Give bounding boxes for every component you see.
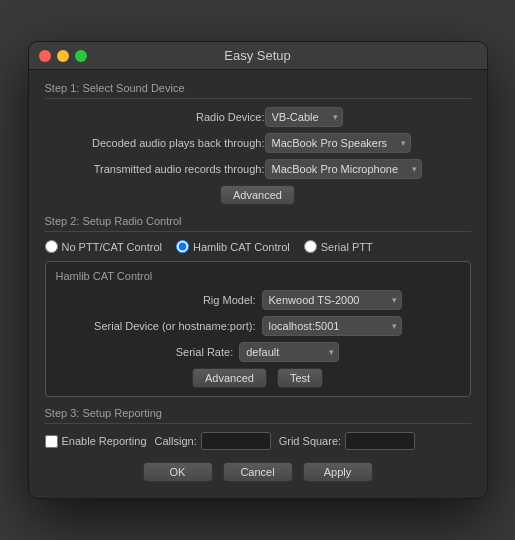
hamlib-cat-label: Hamlib CAT Control xyxy=(193,241,290,253)
serial-device-select[interactable]: localhost:5001 xyxy=(262,316,402,336)
serial-device-label: Serial Device (or hostname:port): xyxy=(56,320,256,332)
apply-button[interactable]: Apply xyxy=(303,462,373,482)
serial-device-row: Serial Device (or hostname:port): localh… xyxy=(56,316,460,336)
serial-rate-select[interactable]: default 4800 9600 19200 38400 57600 1152… xyxy=(239,342,339,362)
decoded-row: Decoded audio plays back through: MacBoo… xyxy=(45,133,471,153)
rig-model-label: Rig Model: xyxy=(56,294,256,306)
radio-device-label: Radio Device: xyxy=(45,111,265,123)
hamlib-title: Hamlib CAT Control xyxy=(56,270,460,282)
no-ptt-cat-radio[interactable]: No PTT/CAT Control xyxy=(45,240,162,253)
decoded-select-wrapper: MacBook Pro Speakers ▾ xyxy=(265,133,411,153)
serial-rate-select-wrapper: default 4800 9600 19200 38400 57600 1152… xyxy=(239,342,339,362)
hamlib-cat-radio[interactable]: Hamlib CAT Control xyxy=(176,240,290,253)
reporting-row: Enable Reporting Callsign: Grid Square: xyxy=(45,432,471,450)
transmitted-select-wrapper: MacBook Pro Microphone ▾ xyxy=(265,159,422,179)
cancel-button[interactable]: Cancel xyxy=(223,462,293,482)
enable-reporting-checkbox[interactable] xyxy=(45,435,58,448)
serial-rate-row: Serial Rate: default 4800 9600 19200 384… xyxy=(56,342,460,362)
transmitted-label: Transmitted audio records through: xyxy=(45,163,265,175)
radio-device-row: Radio Device: VB-Cable ▾ xyxy=(45,107,471,127)
hamlib-box: Hamlib CAT Control Rig Model: Kenwood TS… xyxy=(45,261,471,397)
enable-reporting-label: Enable Reporting xyxy=(62,435,147,447)
transmitted-select[interactable]: MacBook Pro Microphone xyxy=(265,159,422,179)
rig-model-select[interactable]: Kenwood TS-2000 xyxy=(262,290,402,310)
step2-section: Step 2: Setup Radio Control No PTT/CAT C… xyxy=(45,215,471,397)
ptt-cat-radio-group: No PTT/CAT Control Hamlib CAT Control Se… xyxy=(45,240,471,253)
callsign-input[interactable] xyxy=(201,432,271,450)
ok-button[interactable]: OK xyxy=(143,462,213,482)
no-ptt-cat-label: No PTT/CAT Control xyxy=(62,241,162,253)
serial-ptt-input[interactable] xyxy=(304,240,317,253)
step2-test-button[interactable]: Test xyxy=(277,368,323,388)
radio-device-select[interactable]: VB-Cable xyxy=(265,107,343,127)
step2-advanced-button[interactable]: Advanced xyxy=(192,368,267,388)
radio-device-select-wrapper: VB-Cable ▾ xyxy=(265,107,343,127)
step1-advanced-button[interactable]: Advanced xyxy=(220,185,295,205)
callsign-label: Callsign: xyxy=(155,435,197,447)
hamlib-cat-input[interactable] xyxy=(176,240,189,253)
serial-ptt-radio[interactable]: Serial PTT xyxy=(304,240,373,253)
serial-device-select-wrapper: localhost:5001 ▾ xyxy=(262,316,402,336)
window: Easy Setup Step 1: Select Sound Device R… xyxy=(28,41,488,499)
serial-ptt-label: Serial PTT xyxy=(321,241,373,253)
decoded-label: Decoded audio plays back through: xyxy=(45,137,265,149)
hamlib-buttons: Advanced Test xyxy=(56,368,460,388)
step3-section: Step 3: Setup Reporting Enable Reporting… xyxy=(45,407,471,450)
step1-header: Step 1: Select Sound Device xyxy=(45,82,471,99)
step1-section: Step 1: Select Sound Device Radio Device… xyxy=(45,82,471,205)
transmitted-row: Transmitted audio records through: MacBo… xyxy=(45,159,471,179)
enable-reporting-checkbox-label[interactable]: Enable Reporting xyxy=(45,435,147,448)
rig-model-select-wrapper: Kenwood TS-2000 ▾ xyxy=(262,290,402,310)
titlebar: Easy Setup xyxy=(29,42,487,70)
footer-buttons: OK Cancel Apply xyxy=(45,462,471,486)
gridsquare-input[interactable] xyxy=(345,432,415,450)
minimize-button[interactable] xyxy=(57,50,69,62)
traffic-lights xyxy=(39,50,87,62)
step2-header: Step 2: Setup Radio Control xyxy=(45,215,471,232)
window-title: Easy Setup xyxy=(224,48,291,63)
no-ptt-cat-input[interactable] xyxy=(45,240,58,253)
callsign-group: Callsign: xyxy=(155,432,271,450)
step1-advanced-row: Advanced xyxy=(45,185,471,205)
gridsquare-label: Grid Square: xyxy=(279,435,341,447)
close-button[interactable] xyxy=(39,50,51,62)
rig-model-row: Rig Model: Kenwood TS-2000 ▾ xyxy=(56,290,460,310)
main-content: Step 1: Select Sound Device Radio Device… xyxy=(29,70,487,498)
maximize-button[interactable] xyxy=(75,50,87,62)
step3-header: Step 3: Setup Reporting xyxy=(45,407,471,424)
gridsquare-group: Grid Square: xyxy=(279,432,415,450)
serial-rate-label: Serial Rate: xyxy=(176,346,233,358)
decoded-select[interactable]: MacBook Pro Speakers xyxy=(265,133,411,153)
